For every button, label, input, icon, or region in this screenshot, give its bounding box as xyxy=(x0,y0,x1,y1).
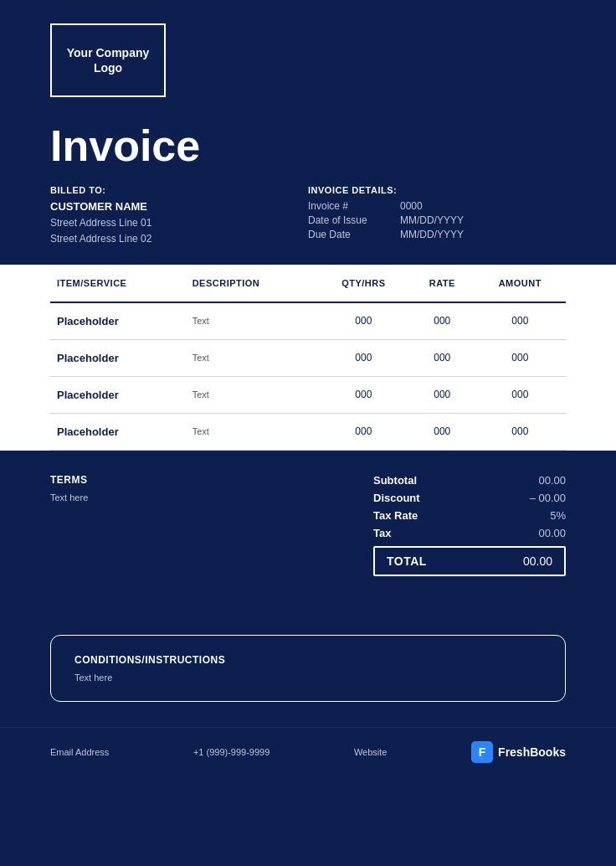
cell-rate-1: 000 xyxy=(410,339,475,376)
invoice-table: ITEM/SERVICE DESCRIPTION QTY/HRS RATE AM… xyxy=(50,265,566,451)
col-amount: AMOUNT xyxy=(475,265,566,302)
freshbooks-logo: F FreshBooks xyxy=(471,741,566,763)
terms-label: TERMS xyxy=(50,474,340,486)
table-header-row: ITEM/SERVICE DESCRIPTION QTY/HRS RATE AM… xyxy=(50,265,566,302)
cell-amount-3: 000 xyxy=(475,413,566,450)
subtotal-label: Subtotal xyxy=(373,474,417,487)
cell-rate-3: 000 xyxy=(410,413,475,450)
table-row: Placeholder Text 000 000 000 xyxy=(50,413,566,450)
col-rate: RATE xyxy=(410,265,475,302)
address-line1: Street Address Line 01 xyxy=(50,215,308,231)
tax-rate-value: 5% xyxy=(550,509,566,522)
due-date-value: MM/DD/YYYY xyxy=(400,229,464,240)
cell-desc-0: Text xyxy=(186,302,317,340)
table-row: Placeholder Text 000 000 000 xyxy=(50,339,566,376)
invoice-number-row: Invoice # 0000 xyxy=(308,200,566,212)
bottom-section: TERMS Text here Subtotal 00.00 Discount … xyxy=(0,451,616,593)
terms-text: Text here xyxy=(50,492,340,503)
table-section: ITEM/SERVICE DESCRIPTION QTY/HRS RATE AM… xyxy=(0,265,616,451)
freshbooks-name: FreshBooks xyxy=(498,745,566,759)
discount-row: Discount – 00.00 xyxy=(373,492,566,504)
cell-item-0: Placeholder xyxy=(50,302,186,340)
cell-desc-3: Text xyxy=(186,413,317,450)
spacer xyxy=(0,593,616,618)
cell-qty-2: 000 xyxy=(317,376,410,413)
cell-qty-3: 000 xyxy=(317,413,410,450)
invoice-title-section: Invoice BILLED TO: CUSTOMER NAME Street … xyxy=(0,114,616,265)
invoice-number-label: Invoice # xyxy=(308,200,383,212)
cell-item-3: Placeholder xyxy=(50,413,186,450)
cell-desc-2: Text xyxy=(186,376,317,413)
customer-name: CUSTOMER NAME xyxy=(50,200,308,213)
conditions-wrapper: CONDITIONS/INSTRUCTIONS Text here xyxy=(0,618,616,727)
cell-item-1: Placeholder xyxy=(50,339,186,376)
totals-section: Subtotal 00.00 Discount – 00.00 Tax Rate… xyxy=(373,474,566,576)
header: Your Company Logo xyxy=(0,0,616,114)
billing-row: BILLED TO: CUSTOMER NAME Street Address … xyxy=(50,185,566,247)
cell-rate-0: 000 xyxy=(410,302,475,340)
billed-to: BILLED TO: CUSTOMER NAME Street Address … xyxy=(50,185,308,247)
footer: Email Address +1 (999)-999-9999 Website … xyxy=(0,727,616,776)
invoice-number-value: 0000 xyxy=(400,200,423,212)
subtotal-row: Subtotal 00.00 xyxy=(373,474,566,487)
due-date-row: Due Date MM/DD/YYYY xyxy=(308,229,566,240)
date-of-issue-row: Date of Issue MM/DD/YYYY xyxy=(308,214,566,226)
company-logo: Your Company Logo xyxy=(50,23,166,97)
freshbooks-icon: F xyxy=(471,741,493,763)
billed-to-label: BILLED TO: xyxy=(50,185,308,195)
footer-phone: +1 (999)-999-9999 xyxy=(193,747,270,757)
terms-section: TERMS Text here xyxy=(50,474,340,503)
date-of-issue-value: MM/DD/YYYY xyxy=(400,214,464,226)
footer-email: Email Address xyxy=(50,747,109,757)
tax-rate-row: Tax Rate 5% xyxy=(373,509,566,522)
total-value: 00.00 xyxy=(523,554,552,568)
cell-qty-1: 000 xyxy=(317,339,410,376)
cell-desc-1: Text xyxy=(186,339,317,376)
cell-amount-0: 000 xyxy=(475,302,566,340)
col-description: DESCRIPTION xyxy=(186,265,317,302)
logo-text: Your Company Logo xyxy=(52,45,164,75)
cell-rate-2: 000 xyxy=(410,376,475,413)
total-label: TOTAL xyxy=(387,554,427,568)
col-item-service: ITEM/SERVICE xyxy=(50,265,186,302)
invoice-details-label: INVOICE DETAILS: xyxy=(308,185,566,195)
col-qty-hrs: QTY/HRS xyxy=(317,265,410,302)
cell-amount-1: 000 xyxy=(475,339,566,376)
cell-item-2: Placeholder xyxy=(50,376,186,413)
address-line2: Street Address Line 02 xyxy=(50,231,308,247)
invoice-title: Invoice xyxy=(50,122,566,170)
table-row: Placeholder Text 000 000 000 xyxy=(50,302,566,340)
tax-label: Tax xyxy=(373,527,391,539)
cell-qty-0: 000 xyxy=(317,302,410,340)
date-of-issue-label: Date of Issue xyxy=(308,214,383,226)
table-row: Placeholder Text 000 000 000 xyxy=(50,376,566,413)
discount-label: Discount xyxy=(373,492,420,504)
total-final-row: TOTAL 00.00 xyxy=(373,546,566,576)
subtotal-value: 00.00 xyxy=(538,474,566,487)
invoice-details: INVOICE DETAILS: Invoice # 0000 Date of … xyxy=(308,185,566,243)
conditions-text: Text here xyxy=(74,673,542,683)
discount-value: – 00.00 xyxy=(530,492,566,504)
conditions-box: CONDITIONS/INSTRUCTIONS Text here xyxy=(50,635,566,702)
tax-rate-label: Tax Rate xyxy=(373,509,418,522)
tax-value: 00.00 xyxy=(538,527,566,539)
due-date-label: Due Date xyxy=(308,229,383,240)
conditions-label: CONDITIONS/INSTRUCTIONS xyxy=(74,654,542,666)
cell-amount-2: 000 xyxy=(475,376,566,413)
tax-row: Tax 00.00 xyxy=(373,527,566,539)
freshbooks-icon-letter: F xyxy=(479,745,486,759)
footer-website: Website xyxy=(354,747,388,757)
